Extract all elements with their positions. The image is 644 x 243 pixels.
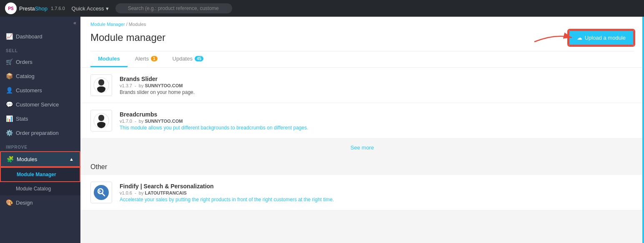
sidebar-module-manager-label: Module Manager bbox=[17, 172, 56, 177]
sidebar-item-orders[interactable]: 🛒 Orders bbox=[0, 55, 80, 69]
topbar: PS PrestaShop 1.7.6.0 Quick Access ▾ 🔍 bbox=[0, 0, 644, 17]
logo-icon: PS bbox=[5, 3, 17, 14]
sidebar-item-order-preparation[interactable]: ⚙️ Order preparation bbox=[0, 126, 80, 140]
version-label: 1.7.6.0 bbox=[51, 6, 65, 11]
logo-text: PrestaShop bbox=[19, 5, 48, 12]
tab-updates[interactable]: Updates 45 bbox=[165, 51, 211, 67]
search-input[interactable] bbox=[115, 3, 232, 13]
sidebar-item-module-catalog[interactable]: Module Catalog bbox=[0, 182, 80, 195]
module-info-findify: Findify | Search & Personalization v1.0.… bbox=[120, 183, 634, 202]
module-item-brands-slider: Brands Slider v1.3.7 - by SUNNYTOO.COM B… bbox=[80, 68, 644, 103]
design-icon: 🎨 bbox=[6, 199, 13, 206]
tab-alerts-label: Alerts bbox=[135, 56, 149, 62]
module-logo-brands-slider bbox=[90, 74, 112, 96]
module-meta-brands-slider: v1.3.7 - by SUNNYTOO.COM bbox=[120, 83, 634, 88]
customers-icon: 👤 bbox=[6, 87, 13, 94]
content-area: Module Manager / Modules Module manager bbox=[80, 17, 644, 243]
page-header: Module Manager / Modules Module manager bbox=[80, 17, 644, 68]
page-title: Module manager bbox=[90, 32, 165, 43]
module-version-breadcrumbs: v1.7.0 bbox=[120, 119, 132, 124]
module-by-brands-slider: SUNNYTOO.COM bbox=[145, 83, 183, 88]
module-name-breadcrumbs: Breadcrumbs bbox=[120, 111, 634, 118]
tab-updates-label: Updates bbox=[173, 56, 193, 62]
page-title-row: Module manager ☁ Upload a module bbox=[90, 29, 634, 51]
module-desc-brands-slider: Brands slider on your home page. bbox=[120, 89, 634, 95]
sidebar-dashboard-label: Dashboard bbox=[16, 33, 43, 40]
sidebar-catalog-label: Catalog bbox=[16, 73, 35, 79]
collapse-icon: « bbox=[73, 20, 76, 26]
module-by-breadcrumbs: SUNNYTOO.COM bbox=[145, 119, 183, 124]
see-more-row: See more bbox=[80, 139, 644, 157]
sidebar-orders-label: Orders bbox=[16, 59, 33, 65]
chevron-up-icon: ▲ bbox=[69, 157, 74, 162]
stats-icon: 📊 bbox=[6, 115, 13, 122]
sidebar: « 📈 Dashboard SELL 🛒 Orders 📦 Catalog 👤 … bbox=[0, 17, 80, 243]
module-logo-findify bbox=[90, 182, 112, 203]
sidebar-item-catalog[interactable]: 📦 Catalog bbox=[0, 69, 80, 83]
logo-shop-text: Shop bbox=[35, 5, 48, 12]
sidebar-section-improve: IMPROVE bbox=[0, 140, 80, 151]
module-item-breadcrumbs: Breadcrumbs v1.7.0 - by SUNNYTOO.COM Thi… bbox=[80, 103, 644, 139]
module-logo-breadcrumbs bbox=[90, 110, 112, 132]
see-more-link[interactable]: See more bbox=[351, 144, 374, 151]
tab-modules-label: Modules bbox=[98, 56, 120, 62]
module-info-brands-slider: Brands Slider v1.3.7 - by SUNNYTOO.COM B… bbox=[120, 76, 634, 95]
module-name-brands-slider: Brands Slider bbox=[120, 76, 634, 82]
other-section-header: Other bbox=[80, 157, 644, 175]
module-version-brands-slider: v1.3.7 bbox=[120, 83, 132, 88]
logo: PS PrestaShop 1.7.6.0 bbox=[5, 3, 65, 14]
quick-access-label: Quick Access bbox=[72, 5, 104, 12]
alerts-badge: 1 bbox=[151, 56, 158, 61]
breadcrumb-current: Modules bbox=[129, 22, 146, 27]
logo-presta-text: Presta bbox=[19, 5, 35, 12]
sidebar-stats-label: Stats bbox=[16, 116, 28, 122]
breadcrumb-parent[interactable]: Module Manager bbox=[90, 22, 125, 27]
sidebar-item-customers[interactable]: 👤 Customers bbox=[0, 83, 80, 97]
module-list: Brands Slider v1.3.7 - by SUNNYTOO.COM B… bbox=[80, 68, 644, 139]
sidebar-order-preparation-label: Order preparation bbox=[16, 130, 59, 136]
sidebar-item-modules[interactable]: 🧩 Modules ▲ bbox=[0, 151, 80, 167]
quick-access-button[interactable]: Quick Access ▾ bbox=[72, 5, 109, 12]
module-meta-findify: v1.0.6 - by LATOUTFRANCAIS bbox=[120, 190, 634, 195]
tabs: Modules Alerts 1 Updates 45 bbox=[90, 51, 634, 67]
modules-icon: 🧩 bbox=[7, 156, 13, 162]
updates-badge: 45 bbox=[195, 56, 203, 61]
dashboard-icon: 📈 bbox=[6, 33, 13, 40]
upload-module-label: Upload a module bbox=[585, 35, 626, 41]
module-by-findify: LATOUTFRANCAIS bbox=[145, 190, 187, 195]
arrow-annotation bbox=[530, 29, 564, 46]
sidebar-section-sell: SELL bbox=[0, 43, 80, 55]
orders-icon: 🛒 bbox=[6, 58, 13, 65]
customer-service-icon: 💬 bbox=[6, 101, 13, 108]
sidebar-design-label: Design bbox=[16, 200, 33, 206]
upload-icon: ☁ bbox=[577, 35, 582, 41]
tab-alerts[interactable]: Alerts 1 bbox=[128, 51, 165, 67]
findify-logo-image bbox=[93, 184, 110, 201]
sidebar-item-design[interactable]: 🎨 Design bbox=[0, 195, 80, 210]
order-preparation-icon: ⚙️ bbox=[6, 129, 13, 136]
module-item-findify: Findify | Search & Personalization v1.0.… bbox=[80, 175, 644, 210]
module-info-breadcrumbs: Breadcrumbs v1.7.0 - by SUNNYTOO.COM Thi… bbox=[120, 111, 634, 131]
sidebar-modules-label: Modules bbox=[17, 156, 37, 162]
sidebar-collapse-button[interactable]: « bbox=[0, 17, 80, 29]
sidebar-item-customer-service[interactable]: 💬 Customer Service bbox=[0, 97, 80, 111]
right-accent-border bbox=[642, 17, 644, 243]
sidebar-customer-service-label: Customer Service bbox=[16, 101, 59, 108]
sidebar-customers-label: Customers bbox=[16, 87, 42, 94]
sidebar-submenu-modules: Module Manager Module Catalog bbox=[0, 167, 80, 195]
sidebar-item-dashboard[interactable]: 📈 Dashboard bbox=[0, 29, 80, 43]
search-wrapper: 🔍 bbox=[115, 3, 232, 13]
module-name-findify: Findify | Search & Personalization bbox=[120, 183, 634, 190]
tab-modules[interactable]: Modules bbox=[90, 51, 128, 67]
brands-slider-logo-image bbox=[93, 77, 110, 94]
breadcrumb: Module Manager / Modules bbox=[90, 22, 634, 27]
upload-module-button[interactable]: ☁ Upload a module bbox=[569, 30, 634, 46]
module-desc-breadcrumbs: This module allows you put different bac… bbox=[120, 125, 634, 131]
module-version-findify: v1.0.6 bbox=[120, 190, 132, 195]
module-desc-findify: Accelerate your sales by putting the rig… bbox=[120, 197, 634, 202]
sidebar-item-module-manager[interactable]: Module Manager bbox=[0, 167, 80, 182]
header-actions: ☁ Upload a module bbox=[530, 29, 634, 46]
other-module-list: Findify | Search & Personalization v1.0.… bbox=[80, 175, 644, 210]
sidebar-item-stats[interactable]: 📊 Stats bbox=[0, 111, 80, 126]
module-meta-breadcrumbs: v1.7.0 - by SUNNYTOO.COM bbox=[120, 119, 634, 124]
